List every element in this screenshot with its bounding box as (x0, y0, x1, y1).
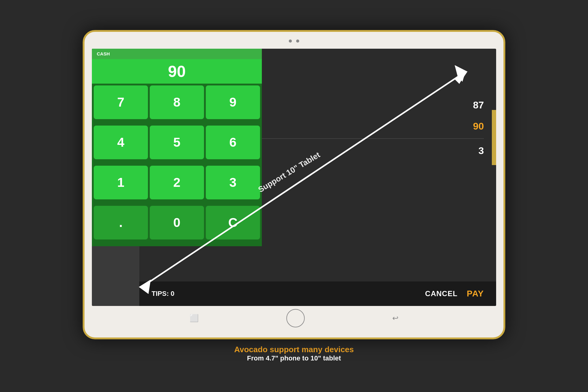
key-6[interactable]: 6 (206, 126, 260, 159)
tips-label: TIPS: 0 (152, 290, 175, 298)
due-value: 87 (473, 100, 484, 111)
numpad-container: CASH 90 7 8 9 4 5 6 1 2 3 . 0 C (92, 49, 262, 246)
cancel-button[interactable]: CANCEL (425, 289, 458, 298)
recents-icon[interactable]: ⬜ (190, 314, 199, 322)
cash-label-bar: CASH (92, 49, 262, 59)
change-value: 3 (478, 145, 484, 156)
tablet-top-bar (85, 32, 503, 49)
pay-button[interactable]: PAY (467, 289, 484, 299)
numpad-grid: 7 8 9 4 5 6 1 2 3 . 0 C (92, 84, 262, 246)
camera-dot-1 (289, 40, 292, 43)
gold-bar (492, 110, 496, 165)
numpad-display: 90 (92, 59, 262, 84)
numpad-cash-label: CASH (97, 51, 110, 56)
numpad-display-value: 90 (168, 62, 186, 81)
bottom-bar: TIPS: 0 CANCEL PAY (139, 281, 496, 306)
tablet-screen: Bo Ko-A Ko+ Ic Payment CASH CA... (92, 49, 496, 306)
key-7[interactable]: 7 (94, 85, 148, 119)
marketing-title: Avocado support many devices (234, 345, 354, 354)
key-2[interactable]: 2 (150, 166, 204, 199)
key-4[interactable]: 4 (94, 126, 148, 159)
key-0[interactable]: 0 (150, 206, 204, 239)
home-button[interactable] (286, 309, 305, 327)
key-5[interactable]: 5 (150, 126, 204, 159)
tablet: Bo Ko-A Ko+ Ic Payment CASH CA... (83, 30, 505, 339)
marketing-subtitle: From 4.7" phone to 10" tablet (234, 354, 354, 362)
key-1[interactable]: 1 (94, 166, 148, 199)
marketing-section: Avocado support many devices From 4.7" p… (234, 345, 354, 362)
key-dot[interactable]: . (94, 206, 148, 239)
back-icon[interactable]: ↩ (392, 314, 398, 322)
key-clear[interactable]: C (206, 206, 260, 239)
key-3[interactable]: 3 (206, 166, 260, 199)
cash-row-value: 90 (473, 121, 484, 132)
key-8[interactable]: 8 (150, 85, 204, 119)
bottom-actions: CANCEL PAY (425, 289, 484, 299)
camera-dot-2 (296, 40, 299, 43)
key-9[interactable]: 9 (206, 85, 260, 119)
tablet-bottom-nav: ⬜ ↩ (85, 306, 503, 330)
